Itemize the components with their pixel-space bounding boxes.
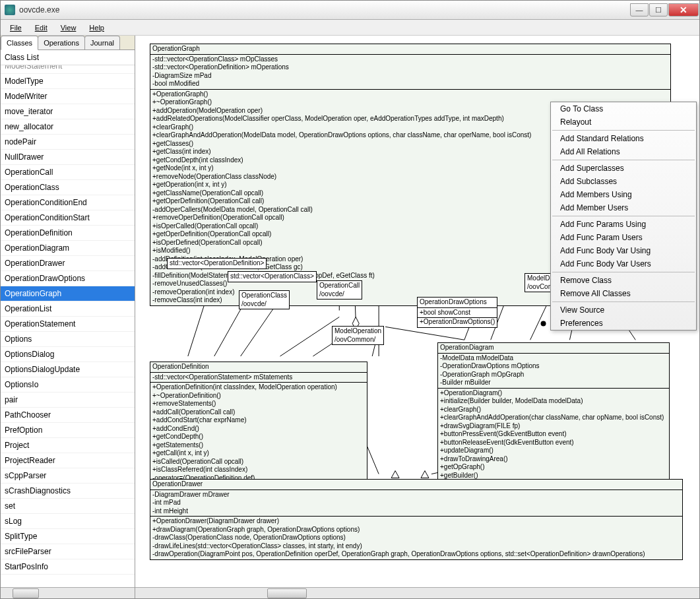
class-list-item[interactable]: OptionsDialog: [1, 347, 135, 362]
close-button[interactable]: ✕: [668, 3, 699, 16]
svg-line-25: [366, 443, 379, 474]
context-menu-item[interactable]: Add Standard Relations: [551, 132, 696, 145]
context-menu-item[interactable]: Add Func Params Using: [551, 218, 696, 231]
node-operation-call[interactable]: OperationCall /oovcde/: [317, 280, 362, 300]
context-menu-item[interactable]: Add All Relations: [551, 145, 696, 158]
context-menu-item[interactable]: Add Func Param Users: [551, 231, 696, 244]
menu-edit[interactable]: Edit: [28, 22, 54, 34]
uml-operation-drawer[interactable]: OperationDrawer -DiagramDrawer mDrawer-i…: [150, 479, 683, 560]
tab-operations[interactable]: Operations: [38, 36, 85, 49]
window-title: oovcde.exe: [19, 5, 630, 15]
node-model-operation[interactable]: ModelOperation /oovCommon/: [332, 326, 384, 345]
class-list-item[interactable]: Project: [1, 438, 135, 453]
class-list-item[interactable]: PathChooser: [1, 408, 135, 423]
uml-line: +drawSvgDiagram(FILE fp): [440, 422, 667, 431]
sidebar-tabs: Classes Operations Journal: [1, 36, 135, 50]
menu-file[interactable]: File: [3, 22, 28, 34]
context-menu-item[interactable]: Remove All Classes: [551, 287, 696, 300]
class-list-item[interactable]: SplitType: [1, 529, 135, 544]
class-list-item[interactable]: StartPosInfo: [1, 559, 135, 575]
svg-point-32: [541, 321, 546, 326]
class-list-item[interactable]: OperationDrawOptions: [1, 271, 135, 286]
class-list-item[interactable]: OperationConditionStart: [1, 210, 135, 226]
scrollbar-thumb[interactable]: [13, 588, 39, 598]
class-list-item[interactable]: OperationDiagram: [1, 241, 135, 256]
context-menu-item[interactable]: Remove Class: [551, 274, 696, 287]
class-list-item[interactable]: ModelType: [1, 74, 135, 89]
class-list[interactable]: ModelStatementModelTypeModelWritermove_i…: [1, 65, 135, 587]
uml-operations: +OperationDefinition(int classIndex, Mod…: [150, 383, 367, 483]
class-list-item[interactable]: ModelStatement: [1, 65, 135, 74]
context-menu-separator: [552, 301, 695, 302]
context-menu-item[interactable]: Add Member Users: [551, 201, 696, 214]
uml-line: +OperationDefinition(int classIndex, Mod…: [152, 383, 365, 392]
diagram-canvas[interactable]: OperationGraph -std::vector<OperationCla…: [135, 36, 699, 598]
svg-marker-44: [391, 471, 399, 478]
class-list-item[interactable]: ModelWriter: [1, 89, 135, 104]
class-list-item[interactable]: new_allocator: [1, 119, 135, 135]
context-menu-item[interactable]: View Source: [551, 303, 696, 317]
titlebar: oovcde.exe — ☐ ✕: [1, 1, 699, 20]
class-list-item[interactable]: OperationStatement: [1, 317, 135, 332]
menu-help[interactable]: Help: [82, 22, 111, 34]
uml-line: +OperationDiagram(): [440, 389, 667, 398]
class-list-item[interactable]: NullDrawer: [1, 150, 135, 165]
node-vector-opdef[interactable]: std::vector<OperationDefinition>: [167, 258, 267, 269]
class-list-item[interactable]: OptionsDialogUpdate: [1, 362, 135, 377]
context-menu[interactable]: Go To ClassRelayoutAdd Standard Relation…: [550, 102, 697, 331]
class-list-item[interactable]: set: [1, 499, 135, 514]
node-operation-draw-options[interactable]: OperationDrawOptions +bool showConst +Op…: [417, 297, 497, 328]
uml-title: OperationGraph: [150, 44, 670, 55]
class-list-item[interactable]: sCrashDiagnostics: [1, 484, 135, 499]
class-list-item[interactable]: OperationDrawer: [1, 256, 135, 271]
tab-classes[interactable]: Classes: [1, 36, 38, 50]
svg-marker-45: [421, 471, 429, 478]
uml-line: +buttonPressEvent(GdkEventButton event): [440, 430, 667, 439]
class-list-item[interactable]: OperationConditionEnd: [1, 195, 135, 210]
sidebar-scrollbar[interactable]: [1, 587, 135, 598]
class-list-item[interactable]: ProjectReader: [1, 453, 135, 468]
class-list-item[interactable]: sLog: [1, 514, 135, 529]
uml-line: -drawClass(OperationClass node, Operatio…: [152, 534, 680, 542]
class-list-item[interactable]: nodePair: [1, 135, 135, 150]
uml-line: +addCondStart(char exprName): [152, 416, 365, 425]
context-menu-item[interactable]: Relayout: [551, 115, 696, 129]
scrollbar-thumb[interactable]: [267, 588, 307, 598]
canvas-scrollbar[interactable]: [135, 587, 699, 598]
node-operation-class[interactable]: OperationClass /oovcde/: [239, 290, 290, 309]
class-list-header: Class List: [1, 50, 135, 65]
context-menu-item[interactable]: Preferences: [551, 317, 696, 330]
uml-line: +~OperationDefinition(): [152, 392, 365, 400]
node-vector-opclass[interactable]: std::vector<OperationClass>: [228, 271, 317, 282]
class-list-item[interactable]: OperationClass: [1, 180, 135, 195]
class-list-item[interactable]: Options: [1, 332, 135, 347]
uml-line: +initialize(Builder builder, ModelData m…: [440, 397, 667, 406]
context-menu-item[interactable]: Add Superclasses: [551, 162, 696, 175]
class-list-item[interactable]: srcFileParser: [1, 544, 135, 559]
class-list-item[interactable]: OperationGraph: [1, 286, 135, 301]
menu-view[interactable]: View: [54, 22, 83, 34]
maximize-button[interactable]: ☐: [649, 3, 668, 16]
class-list-item[interactable]: pair: [1, 393, 135, 408]
class-list-item[interactable]: OperationList: [1, 301, 135, 317]
class-list-item[interactable]: OptionsIo: [1, 377, 135, 393]
context-menu-item[interactable]: Add Members Using: [551, 188, 696, 201]
uml-line: +OperationDrawer(DiagramDrawer drawer): [152, 517, 680, 526]
context-menu-separator: [552, 216, 695, 216]
uml-operation-definition[interactable]: OperationDefinition -std::vector<Operati…: [150, 362, 367, 484]
uml-line: -OperationDrawOptions mOptions: [440, 362, 667, 371]
context-menu-item[interactable]: Go To Class: [551, 102, 696, 115]
class-list-item[interactable]: OperationDefinition: [1, 226, 135, 241]
minimize-button[interactable]: —: [630, 3, 649, 16]
class-list-item[interactable]: OperationCall: [1, 165, 135, 180]
class-list-item[interactable]: sCppParser: [1, 468, 135, 484]
context-menu-item[interactable]: Add Func Body Var Users: [551, 257, 696, 270]
class-list-item[interactable]: move_iterator: [1, 104, 135, 119]
uml-line: +OperationGraph(): [152, 90, 668, 99]
context-menu-item[interactable]: Add Func Body Var Using: [551, 244, 696, 257]
tab-journal[interactable]: Journal: [84, 36, 120, 49]
uml-line: -std::vector<OperationStatement> mStatem…: [152, 373, 365, 382]
class-list-item[interactable]: PrefOption: [1, 423, 135, 438]
context-menu-item[interactable]: Add Subclasses: [551, 175, 696, 188]
uml-operation-diagram[interactable]: OperationDiagram -ModelData mModelData-O…: [437, 342, 670, 497]
